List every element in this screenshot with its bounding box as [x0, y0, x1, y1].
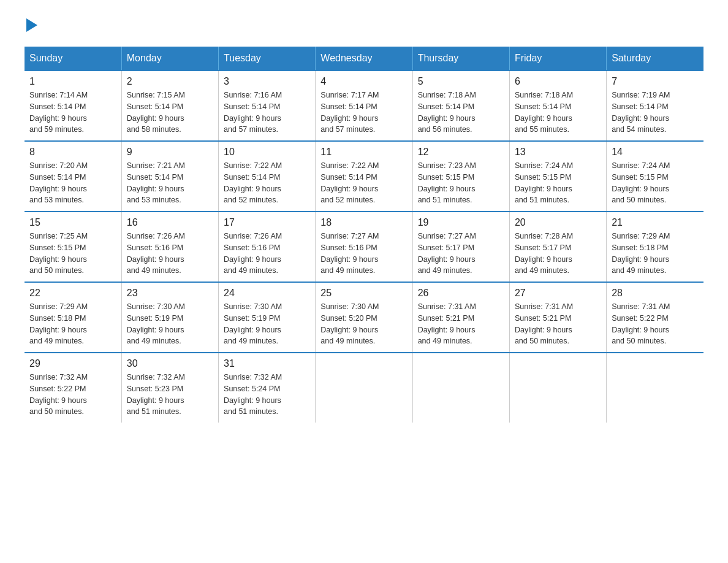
day-cell: 10 Sunrise: 7:22 AM Sunset: 5:14 PM Dayl…: [219, 141, 316, 212]
day-info: Sunrise: 7:21 AM Sunset: 5:14 PM Dayligh…: [127, 160, 213, 206]
day-info: Sunrise: 7:18 AM Sunset: 5:14 PM Dayligh…: [515, 90, 601, 136]
day-info: Sunrise: 7:20 AM Sunset: 5:14 PM Dayligh…: [29, 160, 116, 206]
day-info: Sunrise: 7:26 AM Sunset: 5:16 PM Dayligh…: [127, 231, 213, 277]
day-cell: 13 Sunrise: 7:24 AM Sunset: 5:15 PM Dayl…: [509, 141, 606, 212]
week-row-5: 29 Sunrise: 7:32 AM Sunset: 5:22 PM Dayl…: [25, 353, 703, 423]
svg-marker-0: [26, 18, 37, 32]
day-cell: 21 Sunrise: 7:29 AM Sunset: 5:18 PM Dayl…: [607, 212, 703, 282]
day-number: 2: [127, 76, 213, 87]
day-number: 9: [127, 147, 213, 158]
day-number: 11: [320, 147, 407, 158]
day-info: Sunrise: 7:29 AM Sunset: 5:18 PM Dayligh…: [29, 301, 116, 347]
header-cell-wednesday: Wednesday: [316, 47, 412, 71]
day-cell: 31 Sunrise: 7:32 AM Sunset: 5:24 PM Dayl…: [219, 353, 316, 423]
header-cell-sunday: Sunday: [25, 47, 121, 71]
day-number: 29: [29, 358, 116, 369]
day-number: 20: [515, 217, 601, 228]
day-cell: 16 Sunrise: 7:26 AM Sunset: 5:16 PM Dayl…: [121, 212, 218, 282]
day-number: 27: [515, 288, 601, 299]
day-number: 17: [224, 217, 310, 228]
header-cell-thursday: Thursday: [412, 47, 509, 71]
day-number: 4: [320, 76, 407, 87]
header-cell-friday: Friday: [509, 47, 606, 71]
day-cell: 18 Sunrise: 7:27 AM Sunset: 5:16 PM Dayl…: [316, 212, 412, 282]
header-cell-saturday: Saturday: [607, 47, 703, 71]
day-info: Sunrise: 7:32 AM Sunset: 5:24 PM Dayligh…: [224, 372, 310, 418]
day-number: 14: [612, 147, 699, 158]
day-number: 24: [224, 288, 310, 299]
day-cell: 12 Sunrise: 7:23 AM Sunset: 5:15 PM Dayl…: [412, 141, 509, 212]
day-cell: 26 Sunrise: 7:31 AM Sunset: 5:21 PM Dayl…: [412, 282, 509, 353]
day-cell: 22 Sunrise: 7:29 AM Sunset: 5:18 PM Dayl…: [25, 282, 121, 353]
day-number: 18: [320, 217, 407, 228]
day-cell: 17 Sunrise: 7:26 AM Sunset: 5:16 PM Dayl…: [219, 212, 316, 282]
day-cell: 5 Sunrise: 7:18 AM Sunset: 5:14 PM Dayli…: [412, 71, 509, 141]
day-info: Sunrise: 7:30 AM Sunset: 5:19 PM Dayligh…: [127, 301, 213, 347]
day-info: Sunrise: 7:22 AM Sunset: 5:14 PM Dayligh…: [320, 160, 407, 206]
page-header: [25, 18, 703, 34]
day-info: Sunrise: 7:30 AM Sunset: 5:19 PM Dayligh…: [224, 301, 310, 347]
week-row-4: 22 Sunrise: 7:29 AM Sunset: 5:18 PM Dayl…: [25, 282, 703, 353]
week-row-1: 1 Sunrise: 7:14 AM Sunset: 5:14 PM Dayli…: [25, 71, 703, 141]
header-cell-monday: Monday: [121, 47, 218, 71]
day-info: Sunrise: 7:27 AM Sunset: 5:17 PM Dayligh…: [418, 231, 504, 277]
day-number: 25: [320, 288, 407, 299]
day-info: Sunrise: 7:32 AM Sunset: 5:22 PM Dayligh…: [29, 372, 116, 418]
logo-triangle-icon: [26, 18, 37, 32]
logo: [25, 18, 37, 34]
day-info: Sunrise: 7:17 AM Sunset: 5:14 PM Dayligh…: [320, 90, 407, 136]
day-number: 5: [418, 76, 504, 87]
day-cell: 11 Sunrise: 7:22 AM Sunset: 5:14 PM Dayl…: [316, 141, 412, 212]
day-number: 22: [29, 288, 116, 299]
day-info: Sunrise: 7:24 AM Sunset: 5:15 PM Dayligh…: [515, 160, 601, 206]
day-number: 6: [515, 76, 601, 87]
day-number: 19: [418, 217, 504, 228]
day-cell: 1 Sunrise: 7:14 AM Sunset: 5:14 PM Dayli…: [25, 71, 121, 141]
day-cell: 14 Sunrise: 7:24 AM Sunset: 5:15 PM Dayl…: [607, 141, 703, 212]
day-number: 15: [29, 217, 116, 228]
day-info: Sunrise: 7:25 AM Sunset: 5:15 PM Dayligh…: [29, 231, 116, 277]
day-info: Sunrise: 7:16 AM Sunset: 5:14 PM Dayligh…: [224, 90, 310, 136]
day-cell: 19 Sunrise: 7:27 AM Sunset: 5:17 PM Dayl…: [412, 212, 509, 282]
day-cell: 20 Sunrise: 7:28 AM Sunset: 5:17 PM Dayl…: [509, 212, 606, 282]
day-info: Sunrise: 7:15 AM Sunset: 5:14 PM Dayligh…: [127, 90, 213, 136]
day-info: Sunrise: 7:14 AM Sunset: 5:14 PM Dayligh…: [29, 90, 116, 136]
day-info: Sunrise: 7:22 AM Sunset: 5:14 PM Dayligh…: [224, 160, 310, 206]
day-info: Sunrise: 7:26 AM Sunset: 5:16 PM Dayligh…: [224, 231, 310, 277]
header-row: SundayMondayTuesdayWednesdayThursdayFrid…: [25, 47, 703, 71]
day-number: 3: [224, 76, 310, 87]
day-cell: 8 Sunrise: 7:20 AM Sunset: 5:14 PM Dayli…: [25, 141, 121, 212]
day-info: Sunrise: 7:28 AM Sunset: 5:17 PM Dayligh…: [515, 231, 601, 277]
day-info: Sunrise: 7:31 AM Sunset: 5:22 PM Dayligh…: [612, 301, 699, 347]
calendar-table: SundayMondayTuesdayWednesdayThursdayFrid…: [25, 47, 703, 423]
day-number: 12: [418, 147, 504, 158]
day-info: Sunrise: 7:23 AM Sunset: 5:15 PM Dayligh…: [418, 160, 504, 206]
day-number: 8: [29, 147, 116, 158]
day-info: Sunrise: 7:31 AM Sunset: 5:21 PM Dayligh…: [418, 301, 504, 347]
day-cell: [509, 353, 606, 423]
day-number: 1: [29, 76, 116, 87]
week-row-2: 8 Sunrise: 7:20 AM Sunset: 5:14 PM Dayli…: [25, 141, 703, 212]
day-cell: [412, 353, 509, 423]
day-info: Sunrise: 7:24 AM Sunset: 5:15 PM Dayligh…: [612, 160, 699, 206]
day-cell: 23 Sunrise: 7:30 AM Sunset: 5:19 PM Dayl…: [121, 282, 218, 353]
day-cell: 9 Sunrise: 7:21 AM Sunset: 5:14 PM Dayli…: [121, 141, 218, 212]
day-cell: 29 Sunrise: 7:32 AM Sunset: 5:22 PM Dayl…: [25, 353, 121, 423]
day-number: 10: [224, 147, 310, 158]
day-cell: [607, 353, 703, 423]
day-info: Sunrise: 7:32 AM Sunset: 5:23 PM Dayligh…: [127, 372, 213, 418]
day-cell: 30 Sunrise: 7:32 AM Sunset: 5:23 PM Dayl…: [121, 353, 218, 423]
day-info: Sunrise: 7:30 AM Sunset: 5:20 PM Dayligh…: [320, 301, 407, 347]
day-cell: 28 Sunrise: 7:31 AM Sunset: 5:22 PM Dayl…: [607, 282, 703, 353]
day-cell: 25 Sunrise: 7:30 AM Sunset: 5:20 PM Dayl…: [316, 282, 412, 353]
day-number: 21: [612, 217, 699, 228]
day-info: Sunrise: 7:27 AM Sunset: 5:16 PM Dayligh…: [320, 231, 407, 277]
day-info: Sunrise: 7:19 AM Sunset: 5:14 PM Dayligh…: [612, 90, 699, 136]
week-row-3: 15 Sunrise: 7:25 AM Sunset: 5:15 PM Dayl…: [25, 212, 703, 282]
day-cell: 27 Sunrise: 7:31 AM Sunset: 5:21 PM Dayl…: [509, 282, 606, 353]
day-cell: 24 Sunrise: 7:30 AM Sunset: 5:19 PM Dayl…: [219, 282, 316, 353]
day-info: Sunrise: 7:31 AM Sunset: 5:21 PM Dayligh…: [515, 301, 601, 347]
day-cell: 15 Sunrise: 7:25 AM Sunset: 5:15 PM Dayl…: [25, 212, 121, 282]
day-number: 13: [515, 147, 601, 158]
day-number: 26: [418, 288, 504, 299]
